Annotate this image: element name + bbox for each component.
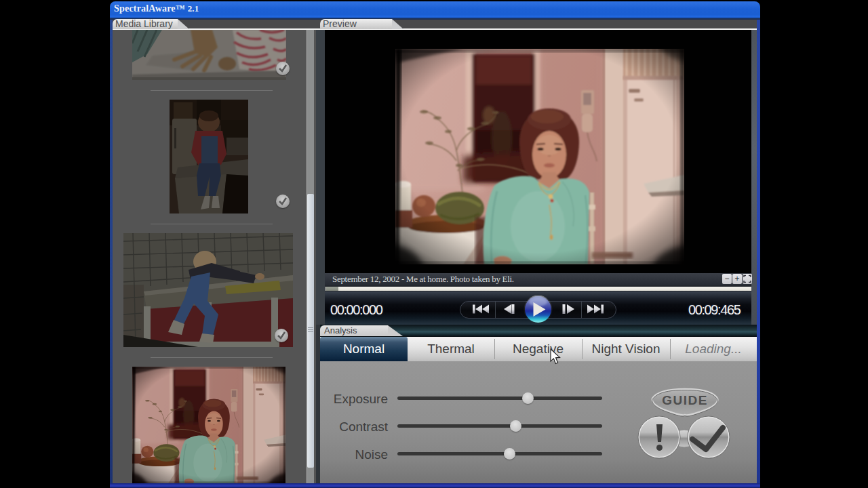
- svg-text:GUIDE: GUIDE: [662, 393, 708, 407]
